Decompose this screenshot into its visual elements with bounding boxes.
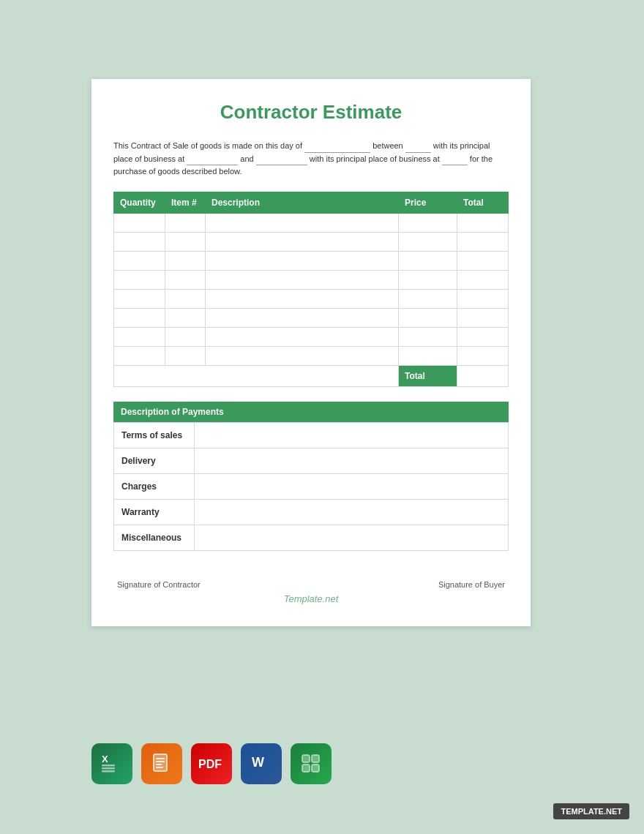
header-total: Total: [457, 192, 509, 213]
watermark: Template.net: [113, 593, 509, 604]
svg-rect-2: [102, 767, 115, 770]
signature-contractor: Signature of Contractor: [117, 580, 201, 589]
pages-icon[interactable]: [141, 743, 182, 784]
table-row: [114, 270, 509, 289]
payment-label-delivery: Delivery: [114, 448, 195, 473]
table-row: [114, 308, 509, 327]
pdf-icon[interactable]: PDF: [191, 743, 232, 784]
payment-value-charges: [195, 473, 509, 499]
payment-value-warranty: [195, 499, 509, 525]
svg-rect-1: [102, 764, 115, 767]
document-title: Contractor Estimate: [113, 101, 509, 124]
excel-icon[interactable]: X: [91, 743, 132, 784]
svg-rect-11: [302, 755, 310, 762]
payment-row-charges: Charges: [114, 473, 509, 499]
payment-row-warranty: Warranty: [114, 499, 509, 525]
payment-value-misc: [195, 525, 509, 550]
svg-text:W: W: [252, 755, 264, 770]
table-row: [114, 251, 509, 270]
payment-label-misc: Miscellaneous: [114, 525, 195, 550]
templatenet-badge: TEMPLATE.NET: [553, 803, 629, 819]
numbers-icon[interactable]: [291, 743, 332, 784]
items-table: Quantity Item # Description Price Total …: [113, 192, 509, 387]
svg-rect-7: [156, 764, 162, 765]
header-item: Item #: [165, 192, 206, 213]
table-row: [114, 232, 509, 251]
intro-paragraph: This Contract of Sale of goods is made o…: [113, 140, 509, 179]
signature-buyer: Signature of Buyer: [438, 580, 505, 589]
table-row: [114, 346, 509, 365]
svg-rect-12: [312, 755, 319, 762]
format-icons-bar: X PDF W: [91, 743, 332, 784]
svg-rect-6: [156, 761, 165, 762]
header-description: Description: [206, 192, 399, 213]
header-quantity: Quantity: [114, 192, 165, 213]
svg-text:X: X: [102, 754, 108, 764]
table-row: [114, 289, 509, 308]
signature-section: Signature of Contractor Signature of Buy…: [113, 580, 509, 589]
payment-value-delivery: [195, 448, 509, 473]
payment-row-misc: Miscellaneous: [114, 525, 509, 550]
payment-row-delivery: Delivery: [114, 448, 509, 473]
payment-label-charges: Charges: [114, 473, 195, 499]
table-row: [114, 213, 509, 232]
payments-table: Terms of sales Delivery Charges Warranty…: [113, 422, 509, 551]
table-row: [114, 327, 509, 346]
payment-value-terms: [195, 422, 509, 448]
svg-rect-4: [154, 754, 167, 771]
payment-label-warranty: Warranty: [114, 499, 195, 525]
svg-rect-5: [156, 758, 165, 759]
document-card: Contractor Estimate This Contract of Sal…: [91, 79, 531, 626]
svg-rect-3: [102, 770, 115, 773]
svg-text:PDF: PDF: [198, 758, 222, 770]
svg-rect-14: [312, 764, 319, 772]
payments-section: Description of Payments Terms of sales D…: [113, 402, 509, 551]
word-icon[interactable]: W: [241, 743, 282, 784]
header-price: Price: [399, 192, 457, 213]
total-label: Total: [399, 365, 457, 386]
svg-rect-8: [156, 767, 163, 768]
payment-row-terms: Terms of sales: [114, 422, 509, 448]
payment-label-terms: Terms of sales: [114, 422, 195, 448]
svg-rect-13: [302, 764, 310, 772]
payments-header: Description of Payments: [113, 402, 509, 422]
total-row: Total: [114, 365, 509, 386]
